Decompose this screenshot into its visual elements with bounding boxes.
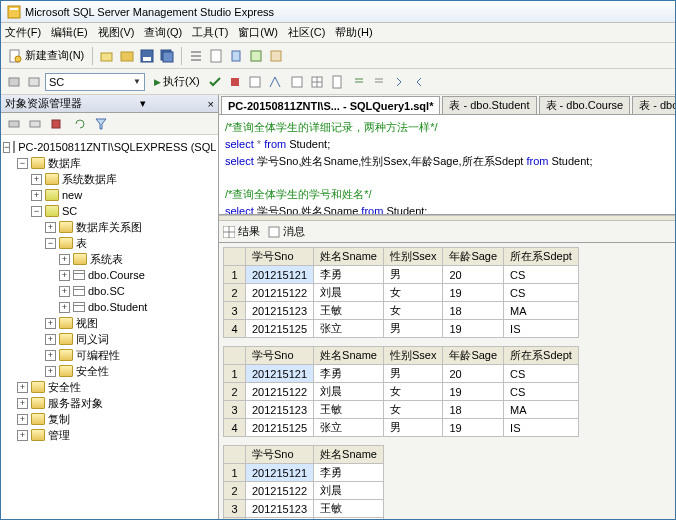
tree-srvobj[interactable]: +服务器对象 [3,395,216,411]
cell[interactable]: 刘晨 [314,284,384,302]
database-combo[interactable]: SC▼ [45,73,145,91]
tree-sc[interactable]: −SC [3,203,216,219]
table-row[interactable]: 4201215125张立男19IS [224,320,579,338]
cell[interactable]: 18 [443,401,504,419]
result-grid-2[interactable]: 学号Sno姓名Sname性别Ssex年龄Sage所在系Sdept12012151… [223,346,579,437]
outdent-icon[interactable] [412,73,430,91]
expand-icon[interactable]: + [17,414,28,425]
result-grid-1[interactable]: 学号Sno姓名Sname性别Ssex年龄Sage所在系Sdept12012151… [223,247,579,338]
cell[interactable]: 19 [443,383,504,401]
tab-student[interactable]: 表 - dbo.Student [442,96,536,114]
cell[interactable]: 201215123 [246,401,314,419]
collapse-icon[interactable]: − [31,206,42,217]
tree-repl[interactable]: +复制 [3,411,216,427]
column-header[interactable]: 学号Sno [246,347,314,365]
menu-community[interactable]: 社区(C) [288,25,325,40]
results-tab[interactable]: 结果 [223,224,260,239]
column-header[interactable]: 性别Ssex [383,248,442,266]
table-row[interactable]: 1201215121李勇男20CS [224,365,579,383]
column-header[interactable]: 性别Ssex [383,347,442,365]
cell[interactable]: 201215121 [246,464,314,482]
uncomment-icon[interactable] [370,73,388,91]
cell[interactable]: 19 [443,320,504,338]
cell[interactable]: 201215122 [246,482,314,500]
table-row[interactable]: 4201215125张立男19IS [224,419,579,437]
cell[interactable]: MA [504,302,579,320]
cell[interactable]: 201215125 [246,419,314,437]
cell[interactable]: 张立 [314,419,384,437]
cell[interactable]: 19 [443,284,504,302]
tab-query[interactable]: PC-20150811ZNTI\S... - SQLQuery1.sql* [221,96,440,114]
tree-table-course[interactable]: +dbo.Course [3,267,216,283]
column-header[interactable]: 所在系Sdept [504,248,579,266]
result-grid-3[interactable]: 学号Sno姓名Sname1201215121李勇2201215122刘晨3201… [223,445,384,519]
expand-icon[interactable]: + [45,350,56,361]
cell[interactable]: 李勇 [314,365,384,383]
folder-icon[interactable] [118,47,136,65]
table-row[interactable]: 2201215122刘晨女19CS [224,284,579,302]
cell[interactable]: 19 [443,419,504,437]
column-header[interactable]: 学号Sno [246,446,314,464]
tree-dbdiag[interactable]: +数据库关系图 [3,219,216,235]
column-header[interactable]: 学号Sno [246,248,314,266]
disconnect-oe-icon[interactable] [26,115,44,133]
cell[interactable]: 王敏 [314,302,384,320]
expand-icon[interactable]: + [45,318,56,329]
table-row[interactable]: 1201215121李勇 [224,464,384,482]
sql-editor[interactable]: /*查询全体学生的详细记录，两种方法一样*/ select * from Stu… [219,115,675,215]
close-icon[interactable]: × [208,98,214,110]
tree-server[interactable]: −PC-20150811ZNTI\SQLEXPRESS (SQL Ser [3,139,216,155]
expand-icon[interactable]: + [17,382,28,393]
filter-icon[interactable] [92,115,110,133]
cell[interactable]: 201215125 [246,320,314,338]
tree-views[interactable]: +视图 [3,315,216,331]
menu-window[interactable]: 窗口(W) [238,25,278,40]
expand-icon[interactable]: + [17,430,28,441]
results-pane[interactable]: 学号Sno姓名Sname性别Ssex年龄Sage所在系Sdept12012151… [219,243,675,519]
cell[interactable]: 201215122 [246,284,314,302]
tab-sc[interactable]: 表 - dbo.SC [632,96,675,114]
cell[interactable]: MA [504,401,579,419]
parse-icon[interactable] [246,73,264,91]
results-file-icon[interactable] [328,73,346,91]
cell[interactable]: 女 [383,383,442,401]
cell[interactable]: 男 [383,365,442,383]
cell[interactable]: 女 [383,284,442,302]
column-header[interactable]: 年龄Sage [443,248,504,266]
table-row[interactable]: 1201215121李勇男20CS [224,266,579,284]
cell[interactable]: 王敏 [314,401,384,419]
plan-icon[interactable] [266,73,284,91]
expand-icon[interactable]: + [59,302,70,313]
stop-icon[interactable] [226,73,244,91]
table-row[interactable]: 4201215125张立 [224,518,384,520]
column-header[interactable]: 年龄Sage [443,347,504,365]
cell[interactable]: 男 [383,419,442,437]
execute-button[interactable]: ▶执行(X) [150,73,204,91]
cell[interactable]: 女 [383,302,442,320]
column-header[interactable]: 姓名Sname [314,347,384,365]
table-row[interactable]: 2201215122刘晨女19CS [224,383,579,401]
cell[interactable]: CS [504,383,579,401]
list-icon[interactable] [187,47,205,65]
connect-icon[interactable] [5,73,23,91]
cell[interactable]: 李勇 [314,464,384,482]
menu-view[interactable]: 视图(V) [98,25,135,40]
tree-security[interactable]: +安全性 [3,363,216,379]
cell[interactable]: 201215122 [246,383,314,401]
indent-icon[interactable] [392,73,410,91]
tree-table-sc[interactable]: +dbo.SC [3,283,216,299]
cell[interactable]: 20 [443,266,504,284]
cell[interactable]: CS [504,365,579,383]
table-row[interactable]: 3201215123王敏 [224,500,384,518]
stop-oe-icon[interactable] [47,115,65,133]
cell[interactable]: CS [504,266,579,284]
object-explorer-icon[interactable] [247,47,265,65]
tab-course[interactable]: 表 - dbo.Course [539,96,631,114]
template-icon[interactable] [267,47,285,65]
expand-icon[interactable]: + [45,222,56,233]
expand-icon[interactable]: + [59,254,70,265]
tree-table-student[interactable]: +dbo.Student [3,299,216,315]
save-all-icon[interactable] [158,47,176,65]
cell[interactable]: 201215125 [246,518,314,520]
change-connection-icon[interactable] [25,73,43,91]
